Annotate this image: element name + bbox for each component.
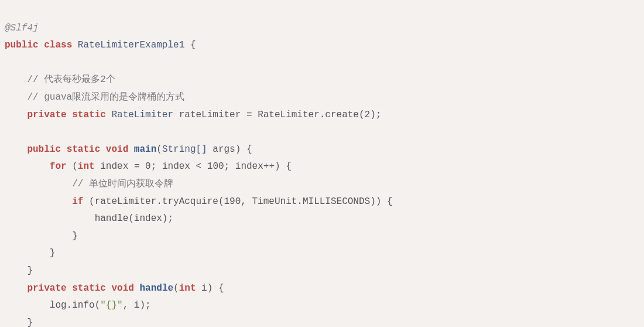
string-literal: "{}"	[100, 300, 122, 311]
comma: ,	[123, 300, 129, 311]
indent	[5, 196, 72, 207]
operator: =	[134, 161, 140, 172]
code-line: // 代表每秒最多2个	[5, 74, 115, 85]
keyword-for: for	[50, 161, 67, 172]
indent	[5, 213, 95, 224]
indent	[5, 318, 27, 327]
indent	[5, 74, 27, 85]
paren: )	[207, 283, 213, 294]
code-line: }	[5, 231, 78, 241]
paren: )	[139, 300, 145, 311]
indent	[5, 265, 27, 276]
identifier: index	[100, 161, 128, 172]
method-call: handle	[95, 213, 129, 224]
code-line: private static void handle(int i) {	[5, 283, 224, 294]
indent	[5, 161, 50, 172]
code-line: @Slf4j	[5, 23, 39, 33]
keyword-void: void	[111, 283, 133, 294]
brace: }	[27, 265, 33, 276]
param-type: int	[179, 283, 196, 294]
keyword-void: void	[106, 144, 128, 155]
code-line: public static void main(String[] args) {	[5, 144, 252, 155]
identifier: rateLimiter	[179, 110, 241, 120]
comma: ,	[241, 196, 246, 207]
method-call: rateLimiter.tryAcquire	[95, 196, 218, 207]
keyword-public: public	[5, 40, 39, 50]
number-literal: 2	[365, 110, 371, 120]
method-name: handle	[139, 283, 173, 294]
paren: (	[72, 161, 78, 172]
method-call: RateLimiter.create	[258, 110, 359, 120]
paren: (	[128, 213, 134, 224]
semicolon: ;	[145, 300, 151, 311]
brace: {	[387, 196, 393, 207]
code-line: }	[5, 318, 33, 327]
indent	[5, 283, 27, 294]
keyword-static: static	[72, 283, 106, 294]
keyword-static: static	[67, 144, 101, 155]
indent	[5, 92, 27, 103]
paren: )	[275, 161, 280, 172]
comment: // 单位时间内获取令牌	[72, 179, 173, 189]
code-line: for (int index = 0; index < 100; index++…	[5, 161, 292, 172]
code-line: log.info("{}", i);	[5, 300, 151, 311]
keyword-public: public	[27, 144, 61, 155]
number-literal: 190	[224, 196, 241, 207]
code-line: public class RateLimiterExample1 {	[5, 40, 196, 50]
paren: )	[376, 196, 382, 207]
indent	[5, 231, 72, 241]
brace: }	[27, 318, 33, 327]
paren: (	[89, 196, 95, 207]
keyword-static: static	[72, 110, 106, 120]
semicolon: ;	[151, 161, 157, 172]
keyword-private: private	[27, 110, 66, 120]
method-call: log.info	[50, 300, 95, 311]
brace: }	[50, 248, 56, 258]
param-name: i	[201, 283, 207, 294]
brace: }	[72, 231, 78, 241]
comment: // guava限流采用的是令牌桶的方式	[27, 92, 184, 103]
identifier: index	[134, 213, 162, 224]
paren: (	[173, 283, 179, 294]
semicolon: ;	[376, 110, 382, 120]
code-snippet: @Slf4j public class RateLimiterExample1 …	[5, 2, 639, 327]
brace: {	[190, 40, 196, 50]
paren: (	[359, 110, 365, 120]
comment: // 代表每秒最多2个	[27, 74, 115, 85]
code-line: }	[5, 265, 33, 276]
keyword-private: private	[27, 283, 66, 294]
identifier: index++	[235, 161, 275, 172]
identifier: TimeUnit.MILLISECONDS	[252, 196, 371, 207]
class-name: RateLimiterExample1	[78, 40, 184, 50]
indent	[5, 300, 50, 311]
indent	[5, 248, 50, 258]
indent	[5, 110, 27, 120]
operator: =	[246, 110, 252, 120]
keyword-if: if	[72, 196, 83, 207]
param-name: args	[213, 144, 235, 155]
code-line: if (rateLimiter.tryAcquire(190, TimeUnit…	[5, 196, 393, 207]
keyword-class: class	[44, 40, 72, 50]
code-line: handle(index);	[5, 213, 173, 224]
brace: {	[246, 144, 252, 155]
paren: )	[370, 196, 376, 207]
number-literal: 0	[145, 161, 151, 172]
keyword-int: int	[78, 161, 95, 172]
annotation: @Slf4j	[5, 23, 39, 33]
paren: )	[370, 110, 376, 120]
paren: )	[235, 144, 241, 155]
type-name: RateLimiter	[111, 110, 173, 120]
code-line: // 单位时间内获取令牌	[5, 179, 173, 189]
paren: (	[156, 144, 162, 155]
number-literal: 100	[207, 161, 224, 172]
brace: {	[218, 283, 224, 294]
code-line: private static RateLimiter rateLimiter =…	[5, 110, 381, 120]
method-name: main	[134, 144, 156, 155]
identifier: index	[162, 161, 190, 172]
brace: {	[286, 161, 292, 172]
operator: <	[196, 161, 202, 172]
code-line: // guava限流采用的是令牌桶的方式	[5, 92, 184, 103]
indent	[5, 179, 72, 189]
paren: (	[95, 300, 101, 311]
semicolon: ;	[167, 213, 173, 224]
